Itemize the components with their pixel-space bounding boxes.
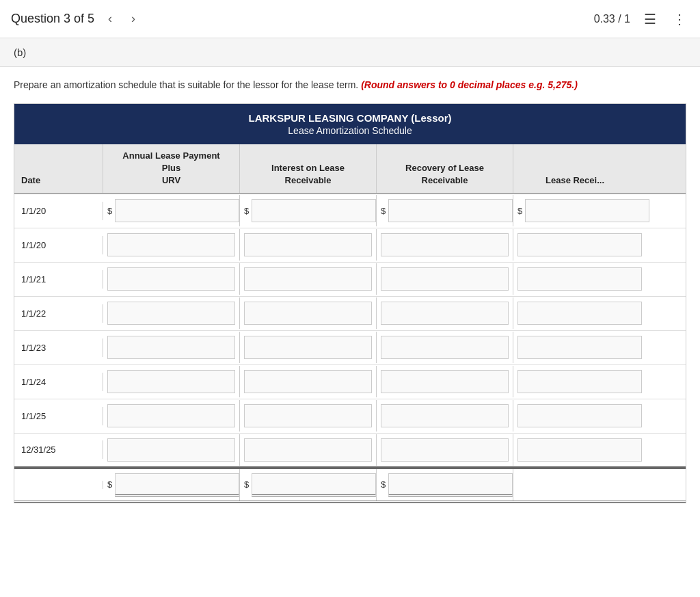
total-annual-input[interactable] <box>115 473 239 496</box>
lease-recei-input-4[interactable] <box>517 336 642 359</box>
date-value-5: 1/1/24 <box>21 377 46 387</box>
dollar-sign-annual-0: $ <box>107 206 112 216</box>
recovery-input-4[interactable] <box>381 336 509 359</box>
interest-input-0[interactable] <box>252 199 376 222</box>
date-value-3: 1/1/22 <box>21 308 46 319</box>
col-annual-label: Annual Lease PaymentPlusURV <box>122 150 219 187</box>
date-value-4: 1/1/23 <box>21 343 46 353</box>
annual-input-2[interactable] <box>107 267 235 291</box>
lease-recei-cell-2 <box>513 263 636 295</box>
schedule-name: Lease Amortization Schedule <box>20 125 680 136</box>
total-interest-input[interactable] <box>252 473 376 496</box>
lease-recei-input-3[interactable] <box>517 302 642 325</box>
instruction-main: Prepare an amortization schedule that is… <box>14 79 358 90</box>
recovery-input-6[interactable] <box>381 404 509 427</box>
recovery-cell-3 <box>377 297 513 329</box>
lease-recei-input-5[interactable] <box>517 370 642 393</box>
col-interest-label: Interest on LeaseReceivable <box>271 162 345 187</box>
lease-recei-input-1[interactable] <box>517 233 642 256</box>
interest-input-1[interactable] <box>244 233 372 256</box>
recovery-cell-0: $ <box>377 195 513 226</box>
annual-cell-1 <box>103 229 240 261</box>
date-value-2: 1/1/21 <box>21 274 46 284</box>
top-bar: Question 3 of 5 ‹ › 0.33 / 1 ☰ ⋮ <box>0 0 700 38</box>
total-dollar-recovery: $ <box>381 479 386 490</box>
annual-cell-7 <box>103 434 240 466</box>
annual-input-4[interactable] <box>107 336 235 359</box>
section-label: (b) <box>0 38 700 67</box>
interest-input-3[interactable] <box>244 302 372 325</box>
interest-cell-1 <box>240 229 377 261</box>
score-label: 0.33 / 1 <box>594 13 630 25</box>
interest-input-2[interactable] <box>244 267 372 291</box>
lease-recei-input-6[interactable] <box>517 404 642 427</box>
lease-recei-input-7[interactable] <box>517 438 642 462</box>
date-cell-3: 1/1/22 <box>14 304 103 323</box>
date-cell-7: 12/31/25 <box>14 440 103 459</box>
interest-input-6[interactable] <box>244 404 372 427</box>
total-dollar-interest: $ <box>244 479 249 490</box>
table-row: 1/1/22 <box>14 297 686 331</box>
total-recovery-input[interactable] <box>388 473 513 496</box>
prev-button[interactable]: ‹ <box>103 9 118 29</box>
annual-input-3[interactable] <box>107 302 235 325</box>
date-cell-6: 1/1/25 <box>14 407 103 425</box>
date-value-1: 1/1/20 <box>21 240 46 250</box>
date-cell-1: 1/1/20 <box>14 236 103 254</box>
dollar-sign-recovery-0: $ <box>381 206 386 216</box>
annual-cell-0: $ <box>103 195 240 226</box>
interest-input-7[interactable] <box>244 438 372 462</box>
total-dollar-annual: $ <box>107 479 112 490</box>
table-row: 1/1/20 $ $ $ $ <box>14 194 686 228</box>
total-annual: $ <box>103 469 240 501</box>
recovery-input-0[interactable] <box>388 199 513 222</box>
next-button[interactable]: › <box>126 9 141 29</box>
lease-recei-input-2[interactable] <box>517 267 642 291</box>
company-name: LARKSPUR LEASING COMPANY (Lessor) <box>20 112 680 124</box>
table-row: 1/1/25 <box>14 399 686 434</box>
recovery-cell-6 <box>377 400 513 432</box>
table-row: 1/1/23 <box>14 331 686 365</box>
instruction-text: Prepare an amortization schedule that is… <box>14 78 686 92</box>
date-cell-2: 1/1/21 <box>14 270 103 289</box>
col-header-annual: Annual Lease PaymentPlusURV <box>103 144 240 193</box>
interest-cell-3 <box>240 297 377 329</box>
annual-cell-4 <box>103 332 240 363</box>
recovery-input-3[interactable] <box>381 302 509 325</box>
recovery-cell-5 <box>377 366 513 397</box>
date-value-0: 1/1/20 <box>21 206 46 216</box>
interest-cell-7 <box>240 434 377 466</box>
interest-cell-0: $ <box>240 195 377 226</box>
table-row: 1/1/21 <box>14 263 686 297</box>
col-date-label: Date <box>21 174 40 187</box>
annual-input-1[interactable] <box>107 233 235 256</box>
recovery-input-5[interactable] <box>381 370 509 393</box>
total-recovery: $ <box>377 469 513 501</box>
more-icon-button[interactable]: ⋮ <box>670 8 689 30</box>
main-content: Prepare an amortization schedule that is… <box>0 67 700 514</box>
dollar-sign-interest-0: $ <box>244 206 249 216</box>
recovery-input-7[interactable] <box>381 438 509 462</box>
annual-input-6[interactable] <box>107 404 235 427</box>
table-row: 12/31/25 <box>14 434 686 468</box>
list-icon-button[interactable]: ☰ <box>641 8 659 30</box>
annual-input-0[interactable] <box>115 199 239 222</box>
interest-input-5[interactable] <box>244 370 372 393</box>
top-bar-right: 0.33 / 1 ☰ ⋮ <box>594 8 689 30</box>
question-label: Question 3 of 5 <box>11 12 94 26</box>
recovery-input-2[interactable] <box>381 267 509 291</box>
date-value-6: 1/1/25 <box>21 411 46 421</box>
annual-input-7[interactable] <box>107 438 235 462</box>
total-interest: $ <box>240 469 377 501</box>
recovery-input-1[interactable] <box>381 233 509 256</box>
interest-input-4[interactable] <box>244 336 372 359</box>
interest-cell-5 <box>240 366 377 397</box>
col-header-lease-recei: Lease Recei... <box>513 144 636 193</box>
col-recovery-label: Recovery of LeaseReceivable <box>405 162 484 187</box>
date-value-7: 12/31/25 <box>21 445 56 455</box>
lease-recei-input-0[interactable] <box>525 199 649 222</box>
annual-input-5[interactable] <box>107 370 235 393</box>
total-empty-date <box>14 481 103 489</box>
annual-cell-3 <box>103 297 240 329</box>
total-row: $ $ $ <box>14 468 686 503</box>
